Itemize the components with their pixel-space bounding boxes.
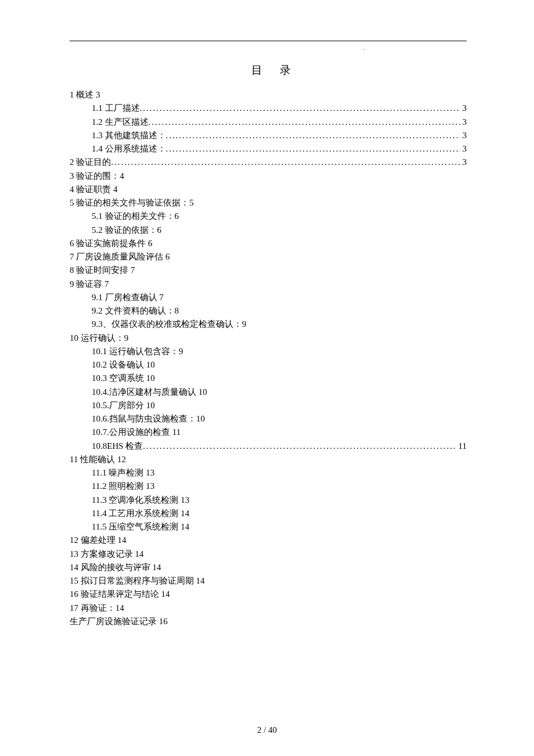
toc-entry: 1 概述 3 — [70, 88, 467, 102]
toc-entry: 10.3 空调系统 10 — [70, 372, 467, 385]
toc-entry: 3 验证的围：4 — [70, 170, 467, 183]
toc-entry-label: 生产厂房设施验证记录 16 — [70, 615, 168, 628]
toc-entry-label: 11.1 噪声检测 13 — [92, 466, 154, 480]
toc-entry: 11.3 空调净化系统检测 13 — [70, 494, 467, 507]
toc-entry-label: 10.4.洁净区建材与质量确认 10 — [92, 386, 207, 399]
toc-entry: 10.4.洁净区建材与质量确认 10 — [70, 386, 467, 399]
toc-entry: 12 偏差处理 14 — [70, 534, 467, 547]
toc-entry: 14 风险的接收与评审 14 — [70, 561, 467, 574]
toc-leader-dots — [111, 156, 460, 169]
toc-entry-label: 6 验证实施前提条件 6 — [70, 237, 153, 250]
toc-entry: 6 验证实施前提条件 6 — [70, 237, 467, 250]
toc-entry: 1.2 生产区描述3 — [70, 116, 467, 129]
toc-entry-label: 10.6.挡鼠与防虫设施检查：10 — [92, 412, 205, 426]
table-of-contents: 1 概述 31.1 工厂描述31.2 生产区描述31.3 其他建筑描述：31.4… — [70, 88, 467, 628]
toc-entry-label: 11 性能确认 12 — [70, 453, 126, 466]
toc-entry: 1.3 其他建筑描述：3 — [70, 129, 467, 142]
toc-leader-dots — [140, 102, 460, 115]
toc-entry: 生产厂房设施验证记录 16 — [70, 615, 467, 628]
header-mark: . — [70, 45, 467, 51]
toc-entry: 9 验证容 7 — [70, 278, 467, 291]
toc-entry: 11.1 噪声检测 13 — [70, 466, 467, 480]
toc-entry: 17 再验证：14 — [70, 602, 467, 615]
toc-entry-label: 1.2 生产区描述 — [92, 116, 149, 129]
toc-entry-label: 11.4 工艺用水系统检测 14 — [92, 507, 189, 520]
toc-entry-label: 11.2 照明检测 13 — [92, 480, 154, 493]
toc-entry-label: 10.1 运行确认包含容：9 — [92, 345, 183, 358]
toc-entry: 7 厂房设施质量风险评估 6 — [70, 250, 467, 264]
toc-entry-page: 3 — [460, 116, 467, 129]
toc-entry-label: 1.3 其他建筑描述： — [92, 129, 166, 142]
toc-title: 目录 — [70, 63, 467, 78]
toc-entry: 1.4 公用系统描述：3 — [70, 142, 467, 156]
toc-entry-label: 10 运行确认：9 — [70, 332, 128, 345]
toc-entry-label: 11.3 空调净化系统检测 13 — [92, 494, 189, 507]
toc-entry-label: 5.2 验证的依据：6 — [92, 224, 161, 237]
toc-entry-label: 8 验证时间安排 7 — [70, 264, 135, 277]
toc-entry-label: 17 再验证：14 — [70, 602, 124, 615]
toc-entry: 10.1 运行确认包含容：9 — [70, 345, 467, 358]
toc-entry-label: 10.8EHS 检查 — [92, 440, 143, 453]
toc-entry-page: 3 — [460, 129, 467, 142]
toc-entry-page: 3 — [460, 102, 467, 115]
toc-entry-label: 2 验证目的 — [70, 156, 111, 169]
toc-entry: 13 方案修改记录 14 — [70, 548, 467, 561]
toc-entry: 9.1 厂房检查确认 7 — [70, 291, 467, 304]
toc-entry: 4 验证职责 4 — [70, 183, 467, 196]
toc-entry-label: 1.4 公用系统描述： — [92, 142, 166, 156]
toc-entry-label: 11.5 压缩空气系统检测 14 — [92, 520, 189, 534]
toc-entry: 10.7.公用设施的检查 11 — [70, 426, 467, 439]
toc-entry: 10.2 设备确认 10 — [70, 358, 467, 372]
toc-entry: 9.2 文件资料的确认：8 — [70, 304, 467, 318]
toc-entry: 11.2 照明检测 13 — [70, 480, 467, 493]
toc-entry: 5 验证的相关文件与验证依据：5 — [70, 196, 467, 210]
toc-entry-label: 10.3 空调系统 10 — [92, 372, 155, 385]
toc-entry: 10.6.挡鼠与防虫设施检查：10 — [70, 412, 467, 426]
toc-leader-dots — [149, 116, 460, 129]
toc-entry-label: 16 验证结果评定与结论 14 — [70, 588, 170, 601]
toc-entry: 11 性能确认 12 — [70, 453, 467, 466]
toc-entry: 15 拟订日常监测程序与验证周期 14 — [70, 574, 467, 588]
toc-entry-page: 3 — [460, 142, 467, 156]
page-footer: 2 / 40 — [0, 725, 534, 735]
toc-entry-label: 9 验证容 7 — [70, 278, 109, 291]
toc-entry-label: 4 验证职责 4 — [70, 183, 118, 196]
toc-entry-label: 12 偏差处理 14 — [70, 534, 127, 547]
toc-entry-page: 3 — [460, 156, 467, 169]
toc-entry-label: 7 厂房设施质量风险评估 6 — [70, 250, 170, 264]
toc-entry-label: 9.2 文件资料的确认：8 — [92, 304, 179, 318]
toc-entry-label: 13 方案修改记录 14 — [70, 548, 144, 561]
toc-entry-label: 9.3、仪器仪表的校准或检定检查确认：9 — [92, 318, 246, 331]
toc-entry-label: 10.2 设备确认 10 — [92, 358, 155, 372]
toc-entry: 2 验证目的3 — [70, 156, 467, 169]
toc-entry: 8 验证时间安排 7 — [70, 264, 467, 277]
toc-entry: 16 验证结果评定与结论 14 — [70, 588, 467, 601]
toc-entry: 5.2 验证的依据：6 — [70, 224, 467, 237]
toc-leader-dots — [166, 142, 460, 156]
toc-entry: 9.3、仪器仪表的校准或检定检查确认：9 — [70, 318, 467, 331]
document-page: . 目录 1 概述 31.1 工厂描述31.2 生产区描述31.3 其他建筑描述… — [0, 0, 534, 756]
toc-entry: 10 运行确认：9 — [70, 332, 467, 345]
toc-entry: 10.8EHS 检查11 — [70, 440, 467, 453]
toc-entry-label: 10.5.厂房部分 10 — [92, 399, 155, 412]
toc-entry-label: 14 风险的接收与评审 14 — [70, 561, 161, 574]
toc-entry-label: 5.1 验证的相关文件：6 — [92, 210, 179, 223]
toc-entry-label: 1.1 工厂描述 — [92, 102, 140, 115]
toc-entry: 11.5 压缩空气系统检测 14 — [70, 520, 467, 534]
toc-entry-page: 11 — [456, 440, 467, 453]
toc-entry-label: 15 拟订日常监测程序与验证周期 14 — [70, 574, 205, 588]
toc-entry: 11.4 工艺用水系统检测 14 — [70, 507, 467, 520]
toc-entry-label: 3 验证的围：4 — [70, 170, 124, 183]
toc-entry-label: 1 概述 3 — [70, 88, 100, 102]
toc-entry-label: 5 验证的相关文件与验证依据：5 — [70, 196, 194, 210]
toc-entry-label: 9.1 厂房检查确认 7 — [92, 291, 164, 304]
header-rule — [70, 41, 467, 41]
toc-leader-dots — [143, 440, 456, 453]
toc-entry-label: 10.7.公用设施的检查 11 — [92, 426, 181, 439]
toc-entry: 5.1 验证的相关文件：6 — [70, 210, 467, 223]
toc-entry: 10.5.厂房部分 10 — [70, 399, 467, 412]
toc-entry: 1.1 工厂描述3 — [70, 102, 467, 115]
toc-leader-dots — [166, 129, 460, 142]
